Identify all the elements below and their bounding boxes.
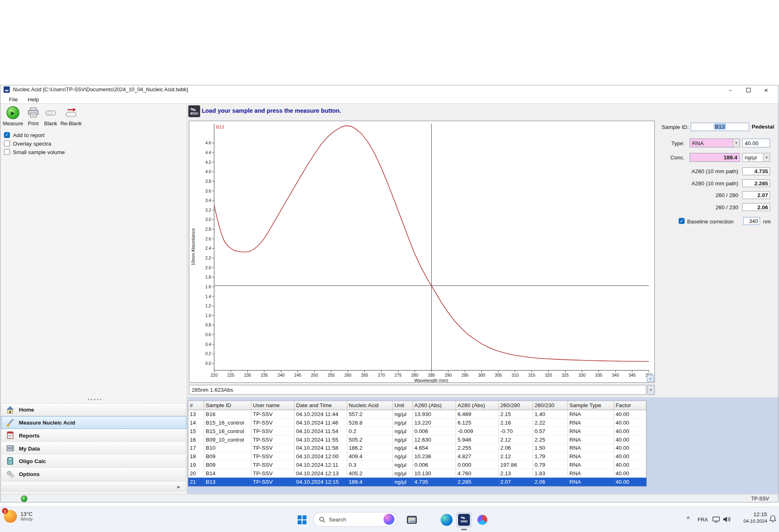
svg-text:285: 285 (428, 373, 435, 378)
table-cell: 40.00 (614, 435, 646, 444)
checked-checkbox-icon[interactable]: ✓ (4, 132, 10, 138)
restore-button[interactable] (739, 85, 757, 94)
chart-collapse-button[interactable]: « (647, 375, 654, 382)
table-row[interactable]: 14B15_16_controlTP-SSV04.10.2024 11:4652… (188, 418, 646, 427)
svg-text:0.0: 0.0 (205, 361, 211, 366)
table-cell: RNA (568, 444, 614, 453)
column-header-sample-id[interactable]: Sample ID (204, 401, 251, 410)
photos-icon (406, 514, 417, 526)
baseline-correction-checkbox[interactable]: ✓ (679, 218, 685, 224)
conc-unit-dropdown[interactable]: ng/µl ▾ (742, 153, 770, 162)
readout-expand-button[interactable]: » (648, 385, 655, 395)
table-cell: TP-SSV (252, 410, 295, 418)
menu-file[interactable]: File (5, 96, 22, 102)
taskbar-nucleic-acid-button[interactable] (456, 512, 472, 528)
table-row[interactable]: 18B09TP-SSV04.10.2024 12:00409.4ng/µl10.… (188, 453, 646, 461)
table-row[interactable]: 20B14TP-SSV04.10.2024 12:13405.2ng/µl10.… (188, 469, 646, 478)
column-header-[interactable]: # (188, 401, 204, 410)
table-cell: TP-SSV (252, 444, 295, 453)
chevron-down-icon: ▾ (763, 153, 770, 161)
taskbar-search[interactable]: Search (313, 512, 397, 527)
table-row-selected[interactable]: 21B13TP-SSV04.10.2024 12:15189.4ng/µl4.7… (188, 478, 646, 486)
column-header-a260-abs[interactable]: A260 (Abs) (413, 401, 456, 410)
taskbar-edge-button[interactable] (440, 513, 453, 526)
table-row[interactable]: 16B09_10_controlTP-SSV04.10.2024 11:5550… (188, 435, 646, 444)
column-header-260-280[interactable]: 260/280 (499, 401, 533, 410)
a280-label: A280 (10 mm path) (655, 180, 738, 186)
sidebar-item-oligo-calc[interactable]: Oligo Calc (1, 455, 186, 468)
svg-text:220: 220 (211, 373, 218, 378)
taskbar-weather-widget[interactable]: 1 13°C Windy (4, 510, 33, 523)
factor-input[interactable]: 40.00 (742, 139, 770, 148)
table-cell: B15_16_control (204, 427, 251, 435)
taskbar-clock[interactable]: 12:15 04.10.2024 (738, 511, 767, 524)
overlay-spectra-checkbox-row[interactable]: Overlay spectra (4, 139, 51, 147)
sidebar-item-measure-nucleic-acid[interactable]: Measure Nucleic Acid (1, 416, 186, 429)
column-header-nucleic-acid[interactable]: Nucleic Acid (347, 401, 393, 410)
unchecked-checkbox-icon[interactable] (4, 149, 10, 155)
start-button[interactable] (296, 513, 309, 526)
column-header-date-and-time[interactable]: Date and Time (295, 401, 347, 410)
column-header-a280-abs[interactable]: A280 (Abs) (456, 401, 499, 410)
svg-text:295: 295 (461, 373, 469, 378)
reblank-button[interactable]: Re-Blank (60, 106, 82, 130)
double-chevron-down-icon: » (649, 388, 654, 391)
table-cell: 04.10.2024 12:11 (295, 461, 347, 469)
sidebar-item-label: Oligo Calc (19, 458, 46, 464)
type-label: Type: (655, 140, 684, 146)
blank-button[interactable]: Blank (43, 106, 58, 130)
table-cell: 5.946 (456, 435, 499, 444)
sidebar-item-home[interactable]: Home (1, 403, 186, 416)
table-row[interactable]: 17B10TP-SSV04.10.2024 11:58186.2ng/µl4.6… (188, 444, 646, 453)
table-cell: 2.285 (456, 478, 499, 486)
table-cell: -0.70 (499, 427, 533, 435)
add-to-report-checkbox-row[interactable]: ✓Add to report (4, 131, 45, 138)
tray-network-volume[interactable] (712, 515, 732, 524)
table-cell: RNA (568, 418, 614, 427)
taskbar-companion-button[interactable] (476, 513, 489, 526)
table-cell: 186.2 (347, 444, 393, 453)
column-header-260-230[interactable]: 260/230 (533, 401, 568, 410)
sidebar-item-options[interactable]: Options (1, 468, 186, 481)
column-header-sample-type[interactable]: Sample Type (568, 401, 614, 410)
svg-text:3.8: 3.8 (205, 179, 211, 184)
search-highlight-icon (383, 514, 394, 525)
weather-icon: 1 (4, 510, 17, 523)
type-dropdown[interactable]: RNA ▾ (690, 139, 740, 148)
menu-help[interactable]: Help (24, 96, 43, 102)
conc-unit-value: ng/µl (743, 154, 763, 161)
table-row[interactable]: 13B16TP-SSV04.10.2024 11:44557.2ng/µl13.… (188, 410, 646, 418)
sidebar-item-reports[interactable]: Reports (1, 429, 186, 442)
column-header-factor[interactable]: Factor (614, 401, 646, 410)
sample-id-input[interactable]: B13 (691, 122, 749, 131)
panel-splitter-handle[interactable] (84, 399, 104, 400)
table-cell: 10.236 (413, 453, 456, 461)
small-sample-volume-checkbox-row[interactable]: Small sample volume (4, 148, 65, 155)
baseline-wavelength-input[interactable]: 340 (743, 217, 760, 225)
measure-button[interactable]: ▶ Measure (3, 106, 23, 130)
sidebar-footer-bar[interactable]: » (1, 481, 186, 492)
minimize-button[interactable]: – (721, 85, 739, 94)
sidebar-item-my-data[interactable]: My Data (1, 442, 186, 455)
clock-time: 12:15 (738, 511, 767, 518)
table-row[interactable]: 19B09TP-SSV04.10.2024 12:110.3ng/µl0.006… (188, 461, 646, 469)
taskbar-photos-button[interactable] (405, 513, 418, 526)
companion-app-icon (476, 514, 488, 526)
table-cell: 189.4 (347, 478, 393, 486)
tray-chevron-up[interactable]: ^ (686, 515, 689, 523)
checkbox-label: Small sample volume (13, 149, 65, 155)
column-header-unit[interactable]: Unit (393, 401, 413, 410)
spectrum-chart[interactable]: 0.00.20.40.60.81.01.21.41.61.82.02.22.42… (189, 121, 654, 382)
svg-text:235: 235 (261, 373, 268, 378)
language-indicator[interactable]: FRA (697, 516, 708, 522)
close-button[interactable]: ✕ (757, 85, 775, 94)
table-row[interactable]: 15B15_16_controlTP-SSV04.10.2024 11:540.… (188, 427, 646, 435)
reports-icon (6, 431, 15, 440)
unchecked-checkbox-icon[interactable] (4, 140, 10, 146)
notification-bell-button[interactable] (769, 515, 777, 524)
restore-icon (746, 88, 751, 92)
column-header-user-name[interactable]: User name (252, 401, 295, 410)
print-button[interactable]: Print (25, 106, 42, 130)
table-cell: B16 (204, 410, 251, 418)
svg-text:B13: B13 (216, 124, 224, 129)
